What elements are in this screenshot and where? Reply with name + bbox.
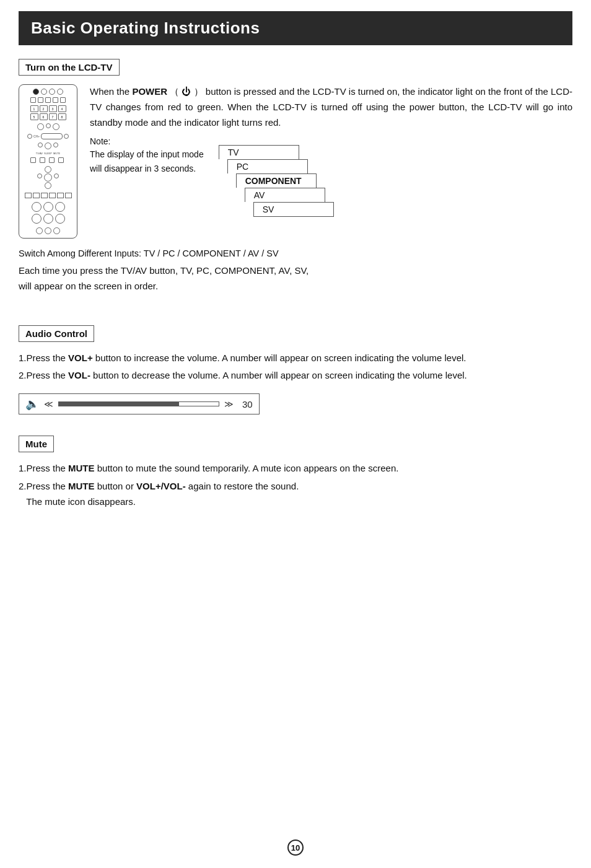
remote-up-btn <box>45 166 51 173</box>
remote-num-7: 7 <box>49 113 57 120</box>
power-bold: POWER <box>132 86 167 97</box>
remote-bottom-circles <box>32 202 65 224</box>
remote-circle-3 <box>53 123 59 130</box>
remote-circle-row-1 <box>37 123 59 130</box>
remote-label-3: MUTE <box>53 152 60 155</box>
turn-on-title: Turn on the LCD-TV <box>19 59 120 76</box>
remote-row-1 <box>30 97 66 103</box>
remote-small-4 <box>53 97 58 103</box>
remote-num-4: 4 <box>58 105 66 112</box>
header-bar: Basic Operating Instructions <box>19 11 572 45</box>
switch-info: Switch Among Different Inputs: TV / PC /… <box>19 248 572 258</box>
remote-down-btn <box>45 182 51 189</box>
volume-bar: 🔈 ≪ ≫ 30 <box>19 393 260 414</box>
mute-bold-1: MUTE <box>68 463 95 473</box>
remote-ch-area: CH+ <box>27 133 69 139</box>
remote-num-5: 5 <box>30 113 38 120</box>
remote-ch-btn <box>41 133 63 139</box>
remote-num-2: 2 <box>40 105 48 112</box>
remote-4btn-3 <box>49 157 55 163</box>
remote-big-c-4 <box>32 214 42 224</box>
remote-play-3 <box>41 193 48 198</box>
remote-4btn-2 <box>40 157 45 163</box>
remote-big-c-6 <box>55 214 65 224</box>
vol-bar-track <box>58 401 219 406</box>
remote-playback-row <box>25 193 72 198</box>
remote-num-1: 1 <box>30 105 38 112</box>
vol-bold: VOL+/VOL- <box>136 481 186 491</box>
remote-small-3 <box>45 97 51 103</box>
remote-small-5 <box>60 97 66 103</box>
remote-arrow-mid <box>37 173 59 182</box>
remote-4btn-4 <box>58 157 64 163</box>
vol-left-arrow-icon: ≪ <box>44 399 53 409</box>
mute-instruction-1: 1.Press the MUTE button to mute the soun… <box>19 461 572 476</box>
remote-play-1 <box>25 193 32 198</box>
turn-on-description: When the POWER （ ⏻ ） button is pressed a… <box>90 84 572 130</box>
remote-big-c-3 <box>55 202 65 212</box>
remote-left-btn <box>37 173 42 178</box>
audio-section: Audio Control 1.Press the VOL+ button to… <box>19 325 572 426</box>
mute-bold-2: MUTE <box>68 481 95 491</box>
remote-btn-2 <box>49 89 55 95</box>
remote-play-5 <box>57 193 64 198</box>
remote-nav-3 <box>53 142 58 147</box>
vol-plus-bold: VOL+ <box>68 353 93 363</box>
remote-bot-2 <box>45 227 51 234</box>
note-and-diagram: Note: The display of the input modewill … <box>90 136 572 217</box>
remote-ctrl-labels: TV/AV SLEEP MUTE <box>36 152 61 155</box>
remote-bot-1 <box>36 227 43 234</box>
remote-nav-row <box>38 142 58 149</box>
input-component: COMPONENT <box>236 173 317 188</box>
input-av: AV <box>245 188 325 202</box>
remote-num-grid: 1 2 3 4 5 6 7 8 <box>30 105 66 120</box>
remote-bottom-row <box>36 227 60 234</box>
remote-play-6 <box>65 193 72 198</box>
remote-nav-2 <box>45 142 51 149</box>
remote-ch-1 <box>27 134 32 139</box>
input-pc: PC <box>227 159 308 173</box>
note-label: Note: <box>90 136 204 146</box>
remote-4btn-row <box>30 157 66 163</box>
remote-play-2 <box>33 193 40 198</box>
remote-big-c-1 <box>32 202 42 212</box>
mute-title: Mute <box>19 436 54 452</box>
audio-instruction-2: 2.Press the VOL- button to decrease the … <box>19 368 572 384</box>
mute-instruction-2: 2.Press the MUTE button or VOL+/VOL- aga… <box>19 479 572 510</box>
remote-4btn-1 <box>30 157 36 163</box>
remote-num-3: 3 <box>49 105 57 112</box>
vol-minus-bold: VOL- <box>68 370 90 380</box>
vol-bar-fill <box>59 402 179 406</box>
turn-on-section: Turn on the LCD-TV <box>19 59 572 294</box>
remote-arrow-bot <box>45 182 51 189</box>
volume-number: 30 <box>242 399 253 410</box>
mute-section: Mute 1.Press the MUTE button to mute the… <box>19 436 572 509</box>
audio-title: Audio Control <box>19 325 94 342</box>
input-sv: SV <box>253 202 334 217</box>
remote-circle-1 <box>37 123 44 130</box>
remote-bot-3 <box>53 227 60 234</box>
remote-arrow-top <box>45 166 51 173</box>
page-title: Basic Operating Instructions <box>31 19 560 38</box>
remote-top-row <box>33 89 63 95</box>
vol-right-arrow-icon: ≫ <box>224 399 234 409</box>
remote-small-1 <box>30 97 36 103</box>
remote-big-c-5 <box>43 214 53 224</box>
remote-btn-3 <box>57 89 63 95</box>
remote-nav-1 <box>38 142 43 147</box>
input-mode-diagram: TV PC COMPONENT AV SV <box>219 145 334 217</box>
input-tv: TV <box>219 145 299 159</box>
remote-power-btn <box>33 89 39 95</box>
remote-ch-label: CH+ <box>33 134 40 138</box>
audio-instruction-1: 1.Press the VOL+ button to increase the … <box>19 351 572 366</box>
note-text: The display of the input modewill disapp… <box>90 147 204 175</box>
remote-right-btn <box>54 173 59 178</box>
remote-play-4 <box>49 193 56 198</box>
note-block: Note: The display of the input modewill … <box>90 136 204 175</box>
remote-big-c-2 <box>43 202 53 212</box>
remote-num-6: 6 <box>40 113 48 120</box>
turn-on-body: 1 2 3 4 5 6 7 8 CH+ <box>19 84 572 239</box>
remote-label-2: SLEEP <box>44 152 52 155</box>
volume-icon: 🔈 <box>25 397 39 411</box>
remote-btn-1 <box>41 89 47 95</box>
